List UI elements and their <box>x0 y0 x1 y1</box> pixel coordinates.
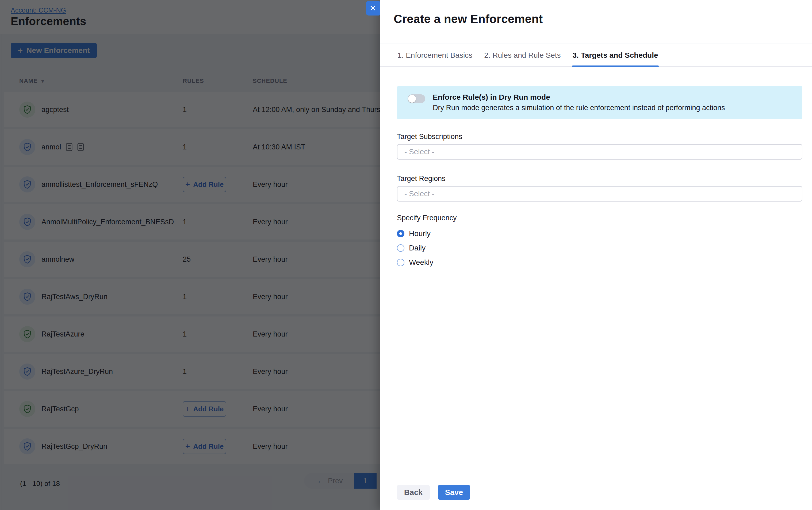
screen: Account: CCM-NG Enforcements + New Enfor… <box>0 0 812 510</box>
radio-option-daily[interactable]: Daily <box>397 241 802 255</box>
target-regions-select[interactable]: - Select - <box>397 186 802 202</box>
select-placeholder: - Select - <box>404 189 434 198</box>
back-button[interactable]: Back <box>397 485 430 500</box>
dry-run-description: Dry Run mode generates a simulation of t… <box>433 104 725 112</box>
target-regions-label: Target Regions <box>397 175 802 183</box>
radio-checked-icon <box>397 230 404 237</box>
drawer-header: Create a new Enforcement <box>380 0 812 44</box>
frequency-radio-group: Hourly Daily Weekly <box>397 227 802 270</box>
toggle-knob <box>408 95 416 103</box>
tab-rules-and-rule-sets[interactable]: 2. Rules and Rule Sets <box>484 44 561 66</box>
dry-run-banner: Enforce Rule(s) in Dry Run mode Dry Run … <box>397 86 802 119</box>
close-button[interactable]: ✕ <box>366 1 380 16</box>
radio-option-hourly[interactable]: Hourly <box>397 227 802 241</box>
radio-option-weekly[interactable]: Weekly <box>397 255 802 270</box>
wizard-tabs: 1. Enforcement Basics 2. Rules and Rule … <box>380 44 812 67</box>
create-enforcement-drawer: ✕ Create a new Enforcement 1. Enforcemen… <box>380 0 812 510</box>
tab-targets-and-schedule[interactable]: 3. Targets and Schedule <box>572 44 659 66</box>
drawer-content: Enforce Rule(s) in Dry Run mode Dry Run … <box>380 86 812 270</box>
target-subscriptions-select[interactable]: - Select - <box>397 144 802 159</box>
specify-frequency-label: Specify Frequency <box>397 214 802 222</box>
radio-unchecked-icon <box>397 244 404 252</box>
dry-run-title: Enforce Rule(s) in Dry Run mode <box>433 93 550 101</box>
radio-unchecked-icon <box>397 259 404 266</box>
drawer-title: Create a new Enforcement <box>394 12 812 26</box>
close-icon: ✕ <box>369 4 376 12</box>
drawer-footer: Back Save <box>380 485 812 510</box>
save-button[interactable]: Save <box>438 485 470 500</box>
tab-enforcement-basics[interactable]: 1. Enforcement Basics <box>397 44 473 66</box>
select-placeholder: - Select - <box>404 148 434 156</box>
dry-run-toggle[interactable] <box>408 94 425 103</box>
target-subscriptions-label: Target Subscriptions <box>397 132 802 141</box>
